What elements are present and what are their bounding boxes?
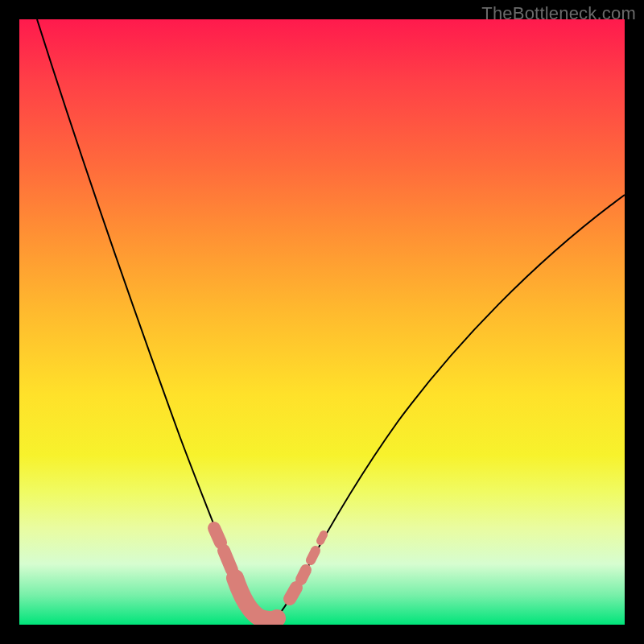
- bottleneck-curve-chart: [19, 19, 625, 625]
- highlight-lobe-right-upper: [311, 551, 316, 560]
- highlight-valley: [235, 578, 277, 620]
- curve-right-branch: [274, 195, 625, 621]
- highlight-lobe-right-top: [320, 535, 324, 541]
- curve-left-branch: [37, 19, 258, 621]
- highlight-lobe-right-mid: [301, 570, 306, 580]
- highlight-lobe-left-upper: [214, 528, 221, 543]
- chart-frame: [19, 19, 625, 625]
- highlight-lobe-left-lower: [224, 551, 232, 570]
- highlight-lobe-right-lower: [290, 588, 296, 599]
- watermark-text: TheBottleneck.com: [481, 3, 636, 24]
